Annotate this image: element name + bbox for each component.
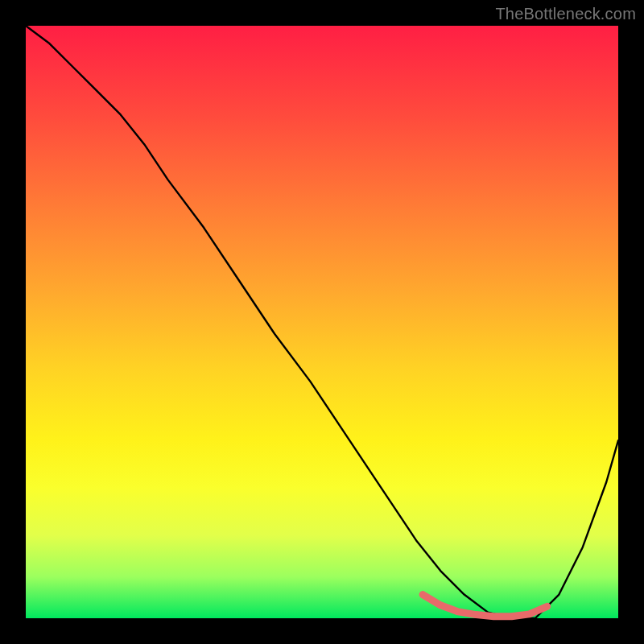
chart-svg <box>26 26 618 618</box>
watermark-label: TheBottleneck.com <box>495 5 636 23</box>
optimal-region-curve <box>423 595 547 617</box>
plot-area <box>26 26 618 618</box>
bottleneck-curve <box>26 26 618 618</box>
chart-frame: TheBottleneck.com <box>0 0 644 644</box>
